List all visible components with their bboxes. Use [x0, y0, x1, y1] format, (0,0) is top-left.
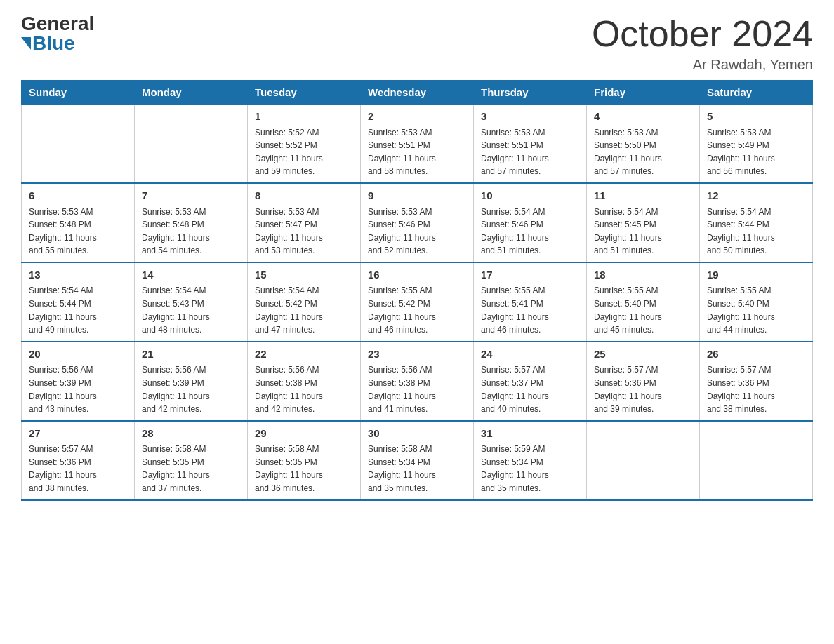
calendar-cell: 26Sunrise: 5:57 AMSunset: 5:36 PMDayligh…: [700, 342, 813, 421]
calendar-cell: [700, 421, 813, 500]
calendar-header: SundayMondayTuesdayWednesdayThursdayFrid…: [22, 81, 813, 105]
calendar-week-row: 27Sunrise: 5:57 AMSunset: 5:36 PMDayligh…: [22, 421, 813, 500]
day-number: 23: [368, 347, 466, 363]
day-info: Sunrise: 5:53 AMSunset: 5:46 PMDaylight:…: [368, 206, 466, 257]
day-number: 21: [142, 347, 240, 363]
calendar-cell: 29Sunrise: 5:58 AMSunset: 5:35 PMDayligh…: [248, 421, 361, 500]
calendar-cell: 19Sunrise: 5:55 AMSunset: 5:40 PMDayligh…: [700, 262, 813, 342]
day-number: 29: [255, 426, 353, 442]
calendar-week-row: 20Sunrise: 5:56 AMSunset: 5:39 PMDayligh…: [22, 342, 813, 421]
day-info: Sunrise: 5:56 AMSunset: 5:39 PMDaylight:…: [29, 363, 127, 415]
calendar-cell: [22, 105, 135, 183]
month-title: October 2024: [592, 14, 813, 54]
calendar-cell: 18Sunrise: 5:55 AMSunset: 5:40 PMDayligh…: [587, 262, 700, 342]
calendar-body: 1Sunrise: 5:52 AMSunset: 5:52 PMDaylight…: [22, 105, 813, 500]
calendar-cell: 10Sunrise: 5:54 AMSunset: 5:46 PMDayligh…: [474, 183, 587, 262]
day-number: 1: [255, 109, 353, 125]
calendar-cell: 8Sunrise: 5:53 AMSunset: 5:47 PMDaylight…: [248, 183, 361, 262]
calendar-cell: 9Sunrise: 5:53 AMSunset: 5:46 PMDaylight…: [361, 183, 474, 262]
day-number: 9: [368, 188, 466, 204]
day-number: 24: [481, 347, 579, 363]
weekday-header-sunday: Sunday: [22, 81, 135, 105]
day-number: 15: [255, 267, 353, 283]
day-info: Sunrise: 5:55 AMSunset: 5:41 PMDaylight:…: [481, 284, 579, 336]
day-number: 18: [594, 267, 692, 283]
calendar-cell: 12Sunrise: 5:54 AMSunset: 5:44 PMDayligh…: [700, 183, 813, 262]
calendar-week-row: 6Sunrise: 5:53 AMSunset: 5:48 PMDaylight…: [22, 183, 813, 262]
weekday-header-thursday: Thursday: [474, 81, 587, 105]
day-info: Sunrise: 5:57 AMSunset: 5:37 PMDaylight:…: [481, 363, 579, 415]
logo-blue-text: Blue: [21, 34, 75, 53]
day-info: Sunrise: 5:54 AMSunset: 5:44 PMDaylight:…: [707, 206, 805, 257]
weekday-header-row: SundayMondayTuesdayWednesdayThursdayFrid…: [22, 81, 813, 105]
logo-general-text: General: [21, 14, 94, 34]
calendar-cell: 1Sunrise: 5:52 AMSunset: 5:52 PMDaylight…: [248, 105, 361, 183]
calendar-cell: 28Sunrise: 5:58 AMSunset: 5:35 PMDayligh…: [135, 421, 248, 500]
day-number: 2: [368, 109, 466, 125]
day-number: 13: [29, 267, 127, 283]
day-number: 31: [481, 426, 579, 442]
calendar-cell: 11Sunrise: 5:54 AMSunset: 5:45 PMDayligh…: [587, 183, 700, 262]
day-info: Sunrise: 5:56 AMSunset: 5:39 PMDaylight:…: [142, 363, 240, 415]
day-info: Sunrise: 5:58 AMSunset: 5:35 PMDaylight:…: [142, 443, 240, 495]
calendar-week-row: 1Sunrise: 5:52 AMSunset: 5:52 PMDaylight…: [22, 105, 813, 183]
calendar-cell: 2Sunrise: 5:53 AMSunset: 5:51 PMDaylight…: [361, 105, 474, 183]
day-number: 17: [481, 267, 579, 283]
calendar-cell: 4Sunrise: 5:53 AMSunset: 5:50 PMDaylight…: [587, 105, 700, 183]
day-info: Sunrise: 5:58 AMSunset: 5:34 PMDaylight:…: [368, 443, 466, 495]
day-info: Sunrise: 5:53 AMSunset: 5:47 PMDaylight:…: [255, 206, 353, 257]
calendar-cell: 14Sunrise: 5:54 AMSunset: 5:43 PMDayligh…: [135, 262, 248, 342]
day-info: Sunrise: 5:56 AMSunset: 5:38 PMDaylight:…: [368, 363, 466, 415]
day-number: 26: [707, 347, 805, 363]
weekday-header-friday: Friday: [587, 81, 700, 105]
day-info: Sunrise: 5:57 AMSunset: 5:36 PMDaylight:…: [594, 363, 692, 415]
calendar-cell: 16Sunrise: 5:55 AMSunset: 5:42 PMDayligh…: [361, 262, 474, 342]
calendar-cell: 20Sunrise: 5:56 AMSunset: 5:39 PMDayligh…: [22, 342, 135, 421]
day-info: Sunrise: 5:53 AMSunset: 5:49 PMDaylight:…: [707, 126, 805, 178]
day-number: 22: [255, 347, 353, 363]
day-number: 12: [707, 188, 805, 204]
day-info: Sunrise: 5:53 AMSunset: 5:48 PMDaylight:…: [29, 206, 127, 257]
day-info: Sunrise: 5:58 AMSunset: 5:35 PMDaylight:…: [255, 443, 353, 495]
day-number: 4: [594, 109, 692, 125]
calendar-cell: 25Sunrise: 5:57 AMSunset: 5:36 PMDayligh…: [587, 342, 700, 421]
day-number: 10: [481, 188, 579, 204]
day-info: Sunrise: 5:52 AMSunset: 5:52 PMDaylight:…: [255, 126, 353, 178]
day-info: Sunrise: 5:54 AMSunset: 5:45 PMDaylight:…: [594, 206, 692, 257]
day-info: Sunrise: 5:55 AMSunset: 5:40 PMDaylight:…: [707, 284, 805, 336]
day-info: Sunrise: 5:59 AMSunset: 5:34 PMDaylight:…: [481, 443, 579, 495]
calendar-cell: 30Sunrise: 5:58 AMSunset: 5:34 PMDayligh…: [361, 421, 474, 500]
day-number: 7: [142, 188, 240, 204]
day-number: 3: [481, 109, 579, 125]
day-number: 19: [707, 267, 805, 283]
day-info: Sunrise: 5:54 AMSunset: 5:43 PMDaylight:…: [142, 284, 240, 336]
calendar-cell: [587, 421, 700, 500]
calendar-cell: 13Sunrise: 5:54 AMSunset: 5:44 PMDayligh…: [22, 262, 135, 342]
day-number: 8: [255, 188, 353, 204]
day-info: Sunrise: 5:54 AMSunset: 5:46 PMDaylight:…: [481, 206, 579, 257]
calendar-cell: 17Sunrise: 5:55 AMSunset: 5:41 PMDayligh…: [474, 262, 587, 342]
day-info: Sunrise: 5:53 AMSunset: 5:51 PMDaylight:…: [481, 126, 579, 178]
calendar-cell: 3Sunrise: 5:53 AMSunset: 5:51 PMDaylight…: [474, 105, 587, 183]
calendar-table: SundayMondayTuesdayWednesdayThursdayFrid…: [21, 80, 813, 500]
calendar-cell: 21Sunrise: 5:56 AMSunset: 5:39 PMDayligh…: [135, 342, 248, 421]
day-info: Sunrise: 5:54 AMSunset: 5:42 PMDaylight:…: [255, 284, 353, 336]
calendar-cell: 31Sunrise: 5:59 AMSunset: 5:34 PMDayligh…: [474, 421, 587, 500]
day-number: 20: [29, 347, 127, 363]
day-number: 28: [142, 426, 240, 442]
calendar-cell: 7Sunrise: 5:53 AMSunset: 5:48 PMDaylight…: [135, 183, 248, 262]
day-info: Sunrise: 5:57 AMSunset: 5:36 PMDaylight:…: [707, 363, 805, 415]
weekday-header-tuesday: Tuesday: [248, 81, 361, 105]
logo: General Blue: [21, 14, 94, 53]
title-block: October 2024 Ar Rawdah, Yemen: [592, 14, 813, 73]
day-info: Sunrise: 5:55 AMSunset: 5:40 PMDaylight:…: [594, 284, 692, 336]
location-subtitle: Ar Rawdah, Yemen: [592, 57, 813, 73]
day-info: Sunrise: 5:56 AMSunset: 5:38 PMDaylight:…: [255, 363, 353, 415]
calendar-cell: 15Sunrise: 5:54 AMSunset: 5:42 PMDayligh…: [248, 262, 361, 342]
day-number: 6: [29, 188, 127, 204]
day-info: Sunrise: 5:53 AMSunset: 5:48 PMDaylight:…: [142, 206, 240, 257]
day-number: 27: [29, 426, 127, 442]
calendar-cell: 23Sunrise: 5:56 AMSunset: 5:38 PMDayligh…: [361, 342, 474, 421]
day-number: 25: [594, 347, 692, 363]
day-info: Sunrise: 5:53 AMSunset: 5:50 PMDaylight:…: [594, 126, 692, 178]
